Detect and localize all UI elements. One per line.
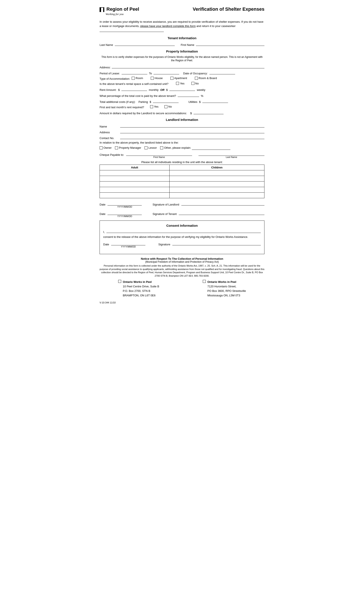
secure-amount-field[interactable] bbox=[194, 110, 224, 114]
secure-amount-row: Amount in dollars required by the Landlo… bbox=[100, 110, 264, 115]
landlord-contact-row: Contact No. bbox=[100, 135, 264, 140]
children-cell[interactable] bbox=[169, 181, 264, 187]
dollar-sign4: $ bbox=[199, 100, 201, 103]
adult-cell[interactable] bbox=[100, 176, 170, 181]
landlord-contact-field[interactable] bbox=[120, 135, 264, 139]
self-contained-no-checkbox[interactable] bbox=[191, 82, 194, 85]
house-checkbox[interactable] bbox=[151, 77, 154, 80]
tenant-info-title: Tenant Information bbox=[100, 36, 264, 40]
tenant-sig-field[interactable] bbox=[179, 211, 264, 215]
notice-subtitle: (Municipal Freedom of Information and Pr… bbox=[100, 260, 264, 263]
consent-sig-label: Signature bbox=[158, 243, 170, 246]
cheque-last-name-field[interactable] bbox=[199, 152, 264, 156]
apartment-checkbox[interactable] bbox=[170, 77, 173, 80]
tenant-sig-row: Date YYYY/MM/DD Signature of Tenant bbox=[100, 211, 264, 217]
children-cell[interactable] bbox=[169, 192, 264, 198]
office2-line1: 7120 Hurontario Street, bbox=[208, 284, 246, 289]
logo-text: Region of Peel bbox=[100, 6, 139, 12]
date-occupancy-field[interactable] bbox=[209, 71, 235, 74]
landlord-address-field[interactable] bbox=[120, 130, 264, 133]
office1-checkbox[interactable] bbox=[118, 280, 121, 283]
lessor-checkbox[interactable] bbox=[145, 146, 147, 149]
adult-cell[interactable] bbox=[100, 170, 170, 176]
landlord-sig-row: Date YYYY/MM/DD Signature of Landlord bbox=[100, 202, 264, 208]
cheque-label: Cheque Payable to: bbox=[100, 153, 124, 156]
landlord-info-title: Landlord Information bbox=[100, 118, 264, 122]
additional-label: Total additional costs (if any): bbox=[100, 100, 136, 103]
owner-checkbox[interactable] bbox=[100, 146, 103, 149]
percentage-row: What percentage of the total cost is pai… bbox=[100, 93, 264, 97]
table-row bbox=[100, 181, 264, 187]
office-1: Ontario Works in Peel 10 Peel Centre Dri… bbox=[118, 280, 159, 298]
monthly-label: monthly bbox=[149, 88, 159, 92]
consent-name-field[interactable] bbox=[106, 229, 261, 233]
adult-cell[interactable] bbox=[100, 192, 170, 198]
parking-label: Parking bbox=[138, 100, 148, 103]
property-manager-checkbox[interactable] bbox=[115, 146, 118, 149]
consent-sig-field[interactable] bbox=[172, 242, 261, 245]
first-last-yes-checkbox[interactable] bbox=[150, 105, 153, 108]
page-header: Region of Peel Working for you Verificat… bbox=[100, 6, 264, 16]
form-title: Verification of Shelter Expenses bbox=[193, 6, 264, 12]
date-label-2: Date bbox=[100, 212, 105, 216]
cheque-fields: First Name Last Name bbox=[126, 152, 264, 158]
other-explain-field[interactable] bbox=[192, 146, 230, 150]
office2-name: Ontario Works in Peel bbox=[208, 280, 246, 284]
consent-sig-row: Date YYYY/MM/DD Signature bbox=[103, 242, 261, 248]
logo-flag-icon bbox=[100, 7, 104, 12]
percentage-label: What percentage of the total cost is pai… bbox=[100, 94, 176, 97]
children-cell[interactable] bbox=[169, 170, 264, 176]
first-name-field[interactable] bbox=[196, 42, 264, 46]
dollar-sign5: $ bbox=[190, 112, 192, 115]
utilities-field[interactable] bbox=[202, 99, 228, 103]
room-checkbox[interactable] bbox=[132, 77, 135, 80]
other-checkbox[interactable] bbox=[160, 146, 163, 149]
address-field[interactable] bbox=[112, 65, 264, 68]
office2-line3: Mississauga ON, L5M 0T3 bbox=[208, 293, 246, 298]
adult-cell[interactable] bbox=[100, 181, 170, 187]
landlord-name-field[interactable] bbox=[120, 124, 264, 128]
yes-checkbox-group: Yes bbox=[176, 82, 184, 85]
consent-date-format: YYYY/MM/DD bbox=[111, 245, 146, 248]
parking-field[interactable] bbox=[153, 99, 179, 103]
residents-table: Adult Children bbox=[100, 165, 264, 198]
notice-section: Notice with Respect To The Collection of… bbox=[100, 257, 264, 278]
cheque-first-name-field[interactable] bbox=[126, 152, 192, 156]
percentage-field[interactable] bbox=[178, 93, 199, 97]
landlord-address-row: Address bbox=[100, 130, 264, 134]
rent-monthly-field[interactable] bbox=[121, 87, 147, 91]
consent-date-field[interactable] bbox=[111, 242, 146, 245]
intro-underline: please have your landlord complete this … bbox=[140, 24, 196, 28]
period-from-field[interactable] bbox=[122, 71, 147, 74]
landlord-date-field[interactable] bbox=[108, 202, 142, 206]
office2-checkbox[interactable] bbox=[203, 280, 206, 283]
consent-date-wrap: YYYY/MM/DD bbox=[111, 242, 146, 248]
rent-weekly-field[interactable] bbox=[169, 87, 195, 91]
children-cell[interactable] bbox=[169, 176, 264, 181]
children-cell[interactable] bbox=[169, 187, 264, 192]
date-occupancy-label: Date of Occupancy: bbox=[183, 72, 208, 75]
caseworker-field[interactable] bbox=[100, 28, 164, 32]
table-row bbox=[100, 170, 264, 176]
no-checkbox-group: No bbox=[191, 82, 199, 85]
room-label: Room bbox=[136, 76, 143, 80]
lessor-checkbox-group: Lessor bbox=[145, 146, 157, 149]
utilities-label: Utilities bbox=[188, 100, 197, 103]
to-label: To bbox=[149, 72, 152, 75]
cheque-first-name-wrap: First Name bbox=[126, 152, 192, 158]
form-footer: V-10-344 11/10 bbox=[100, 301, 264, 304]
first-last-no-checkbox[interactable] bbox=[164, 105, 167, 108]
adult-cell[interactable] bbox=[100, 187, 170, 192]
period-to-field[interactable] bbox=[154, 71, 179, 74]
room-board-checkbox[interactable] bbox=[195, 77, 198, 80]
self-contained-yes-checkbox[interactable] bbox=[176, 82, 179, 85]
amount-label: Amount in dollars required by the Landlo… bbox=[100, 112, 187, 115]
landlord-sig-label: Signature of Landlord bbox=[153, 203, 179, 206]
address-boxes: Ontario Works in Peel 10 Peel Centre Dri… bbox=[100, 280, 264, 298]
cheque-row: Cheque Payable to: First Name Last Name bbox=[100, 152, 264, 158]
tenant-date-field[interactable] bbox=[108, 211, 142, 215]
landlord-sig-field[interactable] bbox=[181, 202, 264, 206]
dollar-sign2: $ bbox=[166, 88, 168, 92]
last-name-field[interactable] bbox=[115, 42, 175, 46]
weekly-label: weekly bbox=[197, 88, 205, 92]
